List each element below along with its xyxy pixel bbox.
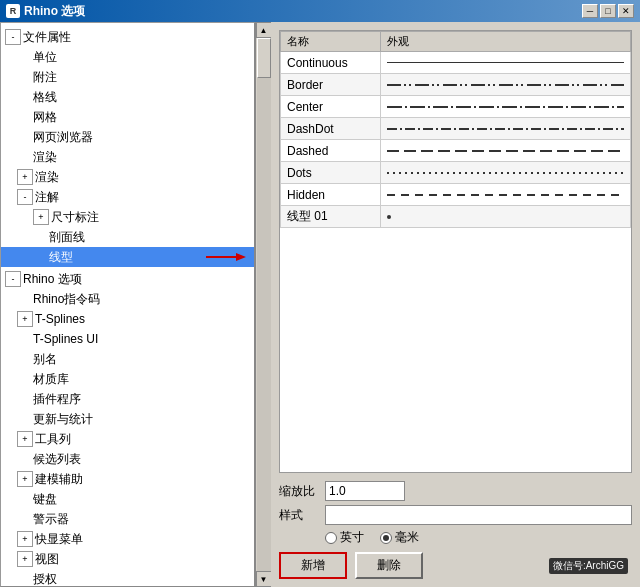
- tree-item-grid[interactable]: 格线: [1, 87, 254, 107]
- table-row-linetype01[interactable]: 线型 01: [281, 206, 631, 228]
- unit-row: 英寸 毫米: [279, 529, 632, 546]
- linetype-preview-continuous: [381, 52, 631, 74]
- scale-label: 缩放比: [279, 483, 319, 500]
- tree-item-dim-notes[interactable]: + 尺寸标注: [1, 207, 254, 227]
- tree-item-quick-menu[interactable]: + 快显菜单: [1, 529, 254, 549]
- tree-label-linetype: 线型: [49, 248, 73, 266]
- tree-label-mesh: 网格: [33, 108, 57, 126]
- expand-icon-modeling-aid[interactable]: +: [17, 471, 33, 487]
- tree-label-annotation: 附注: [33, 68, 57, 86]
- tree-item-mesh[interactable]: 网格: [1, 107, 254, 127]
- tree-item-render2[interactable]: + 渲染: [1, 167, 254, 187]
- tree-label-render1: 渲染: [33, 148, 57, 166]
- minimize-button[interactable]: ─: [582, 4, 598, 18]
- tree-item-plugins[interactable]: 插件程序: [1, 389, 254, 409]
- style-input[interactable]: [325, 505, 632, 525]
- tree-item-render1[interactable]: 渲染: [1, 147, 254, 167]
- tree-container: - 文件属性 单位 附注 格线 网格: [1, 23, 254, 587]
- expand-icon-t-splines[interactable]: +: [17, 311, 33, 327]
- tree-item-units[interactable]: 单位: [1, 47, 254, 67]
- expand-icon-view[interactable]: +: [17, 551, 33, 567]
- tree-item-t-splines-ui[interactable]: T-Splines UI: [1, 329, 254, 349]
- radio-btn-mm[interactable]: [380, 532, 392, 544]
- expand-icon-file-props[interactable]: -: [5, 29, 21, 45]
- close-button[interactable]: ✕: [618, 4, 634, 18]
- linetype-name-dots: Dots: [281, 162, 381, 184]
- scroll-up-button[interactable]: ▲: [256, 22, 272, 38]
- expand-icon-dim-notes[interactable]: +: [33, 209, 49, 225]
- tree-item-modeling-aid[interactable]: + 建模辅助: [1, 469, 254, 489]
- watermark-text: 微信号:ArchiGG: [549, 558, 628, 574]
- scale-input[interactable]: [325, 481, 405, 501]
- svg-marker-1: [236, 253, 246, 261]
- expand-icon-render2[interactable]: +: [17, 169, 33, 185]
- linetype-preview-border: [381, 74, 631, 96]
- expand-icon-rhino-opts[interactable]: -: [5, 271, 21, 287]
- tree-item-shortlist[interactable]: 候选列表: [1, 449, 254, 469]
- table-row-hidden[interactable]: Hidden: [281, 184, 631, 206]
- linetype-preview-dashed: [381, 140, 631, 162]
- radio-mm[interactable]: 毫米: [380, 529, 419, 546]
- add-button[interactable]: 新增: [279, 552, 347, 579]
- linetype-table[interactable]: 名称 外观 Continuous Border: [279, 30, 632, 473]
- window-controls[interactable]: ─ □ ✕: [582, 4, 634, 18]
- tree-label-license: 授权: [33, 570, 57, 587]
- expand-icon-toolbar[interactable]: +: [17, 431, 33, 447]
- linetype-name-dashed: Dashed: [281, 140, 381, 162]
- tree-item-annotation[interactable]: 附注: [1, 67, 254, 87]
- linetype-preview-01: [381, 206, 631, 228]
- tree-label-grid: 格线: [33, 88, 57, 106]
- scroll-thumb[interactable]: [257, 38, 271, 78]
- maximize-button[interactable]: □: [600, 4, 616, 18]
- tree-item-t-splines[interactable]: + T-Splines: [1, 309, 254, 329]
- table-row-dashed[interactable]: Dashed: [281, 140, 631, 162]
- tree-item-view[interactable]: + 视图: [1, 549, 254, 569]
- radio-label-mm: 毫米: [395, 529, 419, 546]
- window-title: Rhino 选项: [24, 3, 85, 20]
- tree-label-rhino-cmd: Rhino指令码: [33, 290, 100, 308]
- tree-label-alias: 别名: [33, 350, 57, 368]
- style-label: 样式: [279, 507, 319, 524]
- tree-scrollbar[interactable]: ▲ ▼: [255, 22, 271, 587]
- tree-item-toolbar[interactable]: + 工具列: [1, 429, 254, 449]
- col-header-appearance: 外观: [381, 32, 631, 52]
- linetype-name-border: Border: [281, 74, 381, 96]
- tree-item-rhino-opts[interactable]: - Rhino 选项: [1, 269, 254, 289]
- tree-item-update-stats[interactable]: 更新与统计: [1, 409, 254, 429]
- tree-label-plugins: 插件程序: [33, 390, 81, 408]
- tree-label-file-props: 文件属性: [23, 28, 71, 46]
- radio-label-inch: 英寸: [340, 529, 364, 546]
- tree-label-notes: 注解: [35, 188, 59, 206]
- tree-item-alert[interactable]: 警示器: [1, 509, 254, 529]
- radio-btn-inch[interactable]: [325, 532, 337, 544]
- tree-item-keyboard[interactable]: 键盘: [1, 489, 254, 509]
- tree-label-dim-notes: 尺寸标注: [51, 208, 99, 226]
- linetype-name-01: 线型 01: [281, 206, 381, 228]
- expand-icon-quick-menu[interactable]: +: [17, 531, 33, 547]
- expand-icon-notes[interactable]: -: [17, 189, 33, 205]
- tree-label-quick-menu: 快显菜单: [35, 530, 83, 548]
- scroll-track[interactable]: [257, 38, 271, 571]
- table-row-center[interactable]: Center: [281, 96, 631, 118]
- tree-item-browser[interactable]: 网页浏览器: [1, 127, 254, 147]
- tree-item-notes[interactable]: - 注解: [1, 187, 254, 207]
- tree-label-modeling-aid: 建模辅助: [35, 470, 83, 488]
- tree-item-rhino-cmd[interactable]: Rhino指令码: [1, 289, 254, 309]
- main-window: - 文件属性 单位 附注 格线 网格: [0, 22, 640, 587]
- table-row-dashdot[interactable]: DashDot: [281, 118, 631, 140]
- scroll-down-button[interactable]: ▼: [256, 571, 272, 587]
- linetype-preview-dashdot: [381, 118, 631, 140]
- left-tree-panel[interactable]: - 文件属性 单位 附注 格线 网格: [0, 22, 255, 587]
- delete-button[interactable]: 删除: [355, 552, 423, 579]
- tree-item-materials[interactable]: 材质库: [1, 369, 254, 389]
- table-row-continuous[interactable]: Continuous: [281, 52, 631, 74]
- radio-inch[interactable]: 英寸: [325, 529, 364, 546]
- table-row-dots[interactable]: Dots: [281, 162, 631, 184]
- tree-item-section-line[interactable]: 剖面线: [1, 227, 254, 247]
- tree-item-alias[interactable]: 别名: [1, 349, 254, 369]
- table-row-border[interactable]: Border: [281, 74, 631, 96]
- tree-item-license[interactable]: 授权: [1, 569, 254, 587]
- linetype-name-hidden: Hidden: [281, 184, 381, 206]
- tree-item-file-props[interactable]: - 文件属性: [1, 27, 254, 47]
- linetype-preview-hidden: [381, 184, 631, 206]
